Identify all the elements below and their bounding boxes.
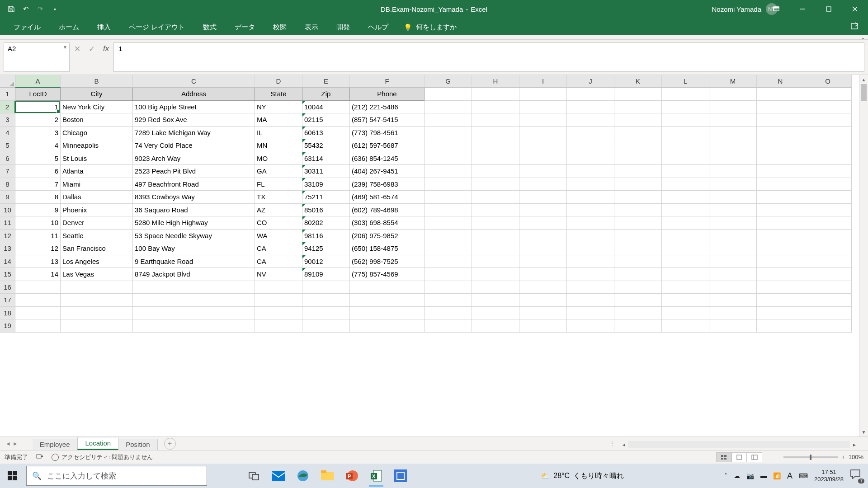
battery-icon[interactable]: ▬ (760, 472, 767, 479)
macro-record-icon[interactable] (36, 453, 43, 461)
cell-G9[interactable] (425, 191, 472, 204)
cell-H1[interactable] (472, 88, 519, 101)
cell-A6[interactable]: 5 (15, 152, 61, 165)
cell-D12[interactable]: WA (255, 230, 302, 243)
cell-O12[interactable] (804, 230, 852, 243)
cell-H19[interactable] (472, 319, 519, 333)
powerpoint-app-icon[interactable]: P (341, 465, 363, 487)
cell-J18[interactable] (567, 307, 614, 320)
cell-M9[interactable] (709, 191, 757, 204)
cell-K5[interactable] (614, 139, 662, 152)
row-header-7[interactable]: 7 (0, 165, 15, 178)
cell-N17[interactable] (757, 294, 804, 307)
cell-F5[interactable]: (612) 597-5687 (350, 139, 425, 152)
cell-D6[interactable]: MO (255, 152, 302, 165)
normal-view-button[interactable] (716, 452, 731, 462)
cell-E6[interactable]: 63114 (302, 152, 350, 165)
cell-A4[interactable]: 3 (15, 127, 61, 140)
col-header-O[interactable]: O (804, 75, 852, 88)
cell-D15[interactable]: NV (255, 268, 302, 281)
clock[interactable]: 17:51 2023/09/28 (814, 469, 844, 483)
zoom-in-button[interactable]: + (841, 454, 845, 460)
cell-E4[interactable]: 60613 (302, 127, 350, 140)
cell-A11[interactable]: 10 (15, 216, 61, 230)
col-header-G[interactable]: G (425, 75, 472, 88)
cell-C11[interactable]: 5280 Mile High Highway (133, 216, 255, 230)
cell-H5[interactable] (472, 139, 519, 152)
cell-J4[interactable] (567, 127, 614, 140)
cell-A2[interactable]: 1 (15, 101, 61, 114)
row-header-14[interactable]: 14 (0, 255, 15, 268)
cell-I10[interactable] (519, 204, 567, 217)
weather-widget[interactable]: ⛅ 28°C くもり時々晴れ (541, 471, 624, 481)
cell-H8[interactable] (472, 178, 519, 191)
cell-L8[interactable] (662, 178, 709, 191)
cell-G8[interactable] (425, 178, 472, 191)
cell-H16[interactable] (472, 281, 519, 294)
cell-B15[interactable]: Las Vegas (61, 268, 133, 281)
cell-J8[interactable] (567, 178, 614, 191)
row-header-18[interactable]: 18 (0, 307, 15, 320)
cell-J13[interactable] (567, 242, 614, 255)
cell-I16[interactable] (519, 281, 567, 294)
cell-A15[interactable]: 14 (15, 268, 61, 281)
scroll-thumb[interactable] (861, 84, 867, 101)
col-header-L[interactable]: L (662, 75, 709, 88)
page-layout-view-button[interactable] (731, 452, 747, 462)
cell-B17[interactable] (61, 294, 133, 307)
redo-icon[interactable]: ↷ (34, 3, 46, 15)
cell-A3[interactable]: 2 (15, 113, 61, 127)
cell-A12[interactable]: 11 (15, 230, 61, 243)
col-header-M[interactable]: M (709, 75, 757, 88)
cell-M2[interactable] (709, 101, 757, 114)
cell-G18[interactable] (425, 307, 472, 320)
row-header-15[interactable]: 15 (0, 268, 15, 281)
cell-K12[interactable] (614, 230, 662, 243)
cell-F13[interactable]: (650) 158-4875 (350, 242, 425, 255)
cell-M1[interactable] (709, 88, 757, 101)
cell-B5[interactable]: Minneapolis (61, 139, 133, 152)
cell-A1[interactable]: LocID (15, 88, 61, 101)
cell-B12[interactable]: Seattle (61, 230, 133, 243)
cell-A17[interactable] (15, 294, 61, 307)
cell-K10[interactable] (614, 204, 662, 217)
cell-L11[interactable] (662, 216, 709, 230)
cell-K6[interactable] (614, 152, 662, 165)
cell-B11[interactable]: Denver (61, 216, 133, 230)
cell-H3[interactable] (472, 113, 519, 127)
cell-E13[interactable]: 94125 (302, 242, 350, 255)
cell-K8[interactable] (614, 178, 662, 191)
row-header-3[interactable]: 3 (0, 113, 15, 127)
cell-G3[interactable] (425, 113, 472, 127)
cell-D16[interactable] (255, 281, 302, 294)
cell-N18[interactable] (757, 307, 804, 320)
cell-I11[interactable] (519, 216, 567, 230)
cell-K13[interactable] (614, 242, 662, 255)
excel-app-icon[interactable]: X (365, 465, 387, 487)
cell-J12[interactable] (567, 230, 614, 243)
cell-H15[interactable] (472, 268, 519, 281)
cell-O17[interactable] (804, 294, 852, 307)
cell-E5[interactable]: 55432 (302, 139, 350, 152)
cell-H11[interactable] (472, 216, 519, 230)
row-header-13[interactable]: 13 (0, 242, 15, 255)
cell-J1[interactable] (567, 88, 614, 101)
zoom-slider[interactable] (783, 456, 838, 458)
cell-G19[interactable] (425, 319, 472, 333)
cell-A10[interactable]: 9 (15, 204, 61, 217)
scroll-left-icon[interactable]: ◄ (619, 442, 628, 447)
cell-F19[interactable] (350, 319, 425, 333)
cell-E11[interactable]: 80202 (302, 216, 350, 230)
cell-B13[interactable]: San Francisco (61, 242, 133, 255)
row-header-6[interactable]: 6 (0, 152, 15, 165)
accessibility-status[interactable]: アクセシビリティ: 問題ありません (52, 453, 153, 461)
cell-G7[interactable] (425, 165, 472, 178)
cell-C9[interactable]: 8393 Cowboys Way (133, 191, 255, 204)
cell-D19[interactable] (255, 319, 302, 333)
cell-D11[interactable]: CO (255, 216, 302, 230)
cell-L9[interactable] (662, 191, 709, 204)
close-button[interactable] (842, 0, 868, 18)
share-icon[interactable] (851, 22, 860, 32)
cell-B2[interactable]: New York City (61, 101, 133, 114)
cell-I2[interactable] (519, 101, 567, 114)
